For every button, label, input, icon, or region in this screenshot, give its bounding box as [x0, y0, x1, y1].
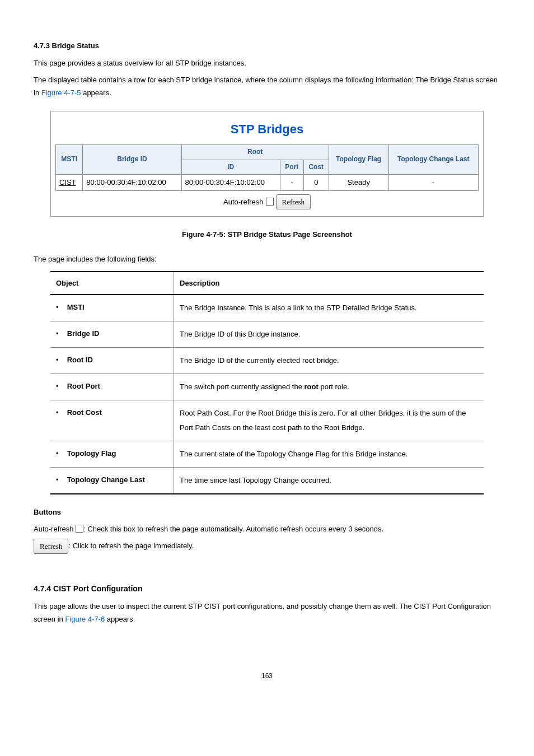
- fields-description-cell: The Bridge ID of this Bridge instance.: [174, 321, 484, 348]
- fields-desc-pre: The Bridge Instance. This is also a link…: [180, 304, 417, 312]
- bullet-icon: •: [56, 327, 65, 340]
- fields-description-cell: The Bridge Instance. This is also a link…: [174, 295, 484, 321]
- cell-root-port: -: [280, 175, 303, 190]
- figure-caption-text: STP Bridge Status Page Screenshot: [226, 230, 352, 239]
- fields-object-label: Root Cost: [67, 408, 102, 417]
- auto-refresh-help-a: Auto-refresh: [34, 525, 76, 533]
- figure-title: STP Bridges: [55, 118, 479, 141]
- fields-col-object: Object: [50, 272, 174, 295]
- col-topology-flag: Topology Flag: [329, 145, 388, 175]
- fields-object-label: Root ID: [67, 356, 93, 364]
- refresh-button[interactable]: Refresh: [276, 194, 311, 209]
- fields-object-label: Topology Flag: [67, 449, 116, 458]
- bullet-icon: •: [56, 447, 65, 460]
- col-root-id: ID: [181, 160, 280, 175]
- col-root-port: Port: [280, 160, 303, 175]
- auto-refresh-label: Auto-refresh: [223, 195, 264, 208]
- auto-refresh-help: Auto-refresh : Check this box to refresh…: [34, 522, 500, 535]
- fields-row: • Topology FlagThe current state of the …: [50, 441, 484, 468]
- refresh-help-text: : Click to refresh the page immediately.: [68, 542, 194, 550]
- cell-msti[interactable]: CIST: [56, 175, 83, 190]
- fields-object-cell: • Root ID: [50, 348, 174, 374]
- bullet-icon: •: [56, 301, 65, 314]
- fields-object-label: Bridge ID: [67, 329, 100, 338]
- figure-caption-prefix: Figure 4-7-5:: [182, 230, 226, 239]
- refresh-help: Refresh: Click to refresh the page immed…: [34, 539, 500, 554]
- figure-link[interactable]: Figure 4-7-5: [41, 88, 81, 97]
- figure-caption: Figure 4-7-5: STP Bridge Status Page Scr…: [34, 228, 500, 241]
- col-root: Root: [181, 145, 329, 160]
- fields-desc-strong: root: [305, 382, 318, 391]
- fields-desc-pre: The Bridge ID of the currently elected r…: [180, 356, 339, 365]
- auto-refresh-row: Auto-refresh Refresh: [55, 194, 479, 209]
- next-p-b: appears.: [105, 615, 135, 623]
- bullet-icon: •: [56, 353, 65, 366]
- next-section-heading: 4.7.4 CIST Port Configuration: [34, 582, 500, 596]
- fields-object-label: Root Port: [67, 382, 100, 390]
- fields-description-cell: The current state of the Topology Change…: [174, 441, 484, 468]
- cell-root-cost: 0: [303, 175, 329, 190]
- bullet-icon: •: [56, 406, 65, 419]
- col-msti: MSTI: [56, 145, 83, 175]
- auto-refresh-checkbox[interactable]: [266, 198, 274, 206]
- intro-paragraph-2: The displayed table contains a row for e…: [34, 73, 500, 100]
- cell-topology-change: -: [388, 175, 478, 190]
- fields-object-label: MSTI: [67, 303, 85, 311]
- col-bridge-id: Bridge ID: [83, 145, 181, 175]
- fields-row: • Root CostRoot Path Cost. For the Root …: [50, 400, 484, 441]
- fields-desc-pre: The time since last Topology Change occu…: [180, 476, 331, 484]
- cell-root-id: 80:00-00:30:4F:10:02:00: [181, 175, 280, 190]
- fields-desc-pre: Root Path Cost. For the Root Bridge this…: [180, 409, 466, 432]
- fields-description-cell: Root Path Cost. For the Root Bridge this…: [174, 400, 484, 441]
- next-section-paragraph: This page allows the user to inspect the…: [34, 600, 500, 626]
- fields-row: • Root IDThe Bridge ID of the currently …: [50, 348, 484, 374]
- stp-table: MSTI Bridge ID Root Topology Flag Topolo…: [55, 144, 479, 191]
- fields-object-cell: • Bridge ID: [50, 321, 174, 348]
- fields-description-cell: The Bridge ID of the currently elected r…: [174, 348, 484, 374]
- bullet-icon: •: [56, 380, 65, 393]
- fields-description-cell: The switch port currently assigned the r…: [174, 374, 484, 400]
- fields-row: • Root PortThe switch port currently ass…: [50, 374, 484, 400]
- fields-table: Object Description • MSTIThe Bridge Inst…: [50, 271, 484, 494]
- fields-desc-pre: The switch port currently assigned the: [180, 382, 305, 391]
- cell-topology-flag: Steady: [329, 175, 388, 190]
- fields-col-description: Description: [174, 272, 484, 295]
- refresh-button-inline[interactable]: Refresh: [34, 539, 68, 554]
- col-root-cost: Cost: [303, 160, 329, 175]
- fields-object-cell: • Root Cost: [50, 400, 174, 441]
- fields-row: • MSTIThe Bridge Instance. This is also …: [50, 295, 484, 321]
- table-row: CIST 80:00-00:30:4F:10:02:00 80:00-00:30…: [56, 175, 479, 190]
- section-heading: 4.7.3 Bridge Status: [34, 39, 500, 52]
- cell-bridge-id: 80:00-00:30:4F:10:02:00: [83, 175, 181, 190]
- checkbox-icon: [76, 525, 83, 533]
- intro-paragraph-1: This page provides a status overview for…: [34, 57, 500, 69]
- intro-p2-b: appears.: [81, 88, 111, 97]
- fields-row: • Topology Change LastThe time since las…: [50, 468, 484, 494]
- fields-object-cell: • Topology Flag: [50, 441, 174, 468]
- fields-desc-pre: The current state of the Topology Change…: [180, 450, 407, 458]
- next-figure-link[interactable]: Figure 4-7-6: [65, 615, 105, 623]
- fields-intro: The page includes the following fields:: [34, 253, 500, 265]
- fields-object-cell: • Topology Change Last: [50, 468, 174, 494]
- fields-row: • Bridge IDThe Bridge ID of this Bridge …: [50, 321, 484, 348]
- fields-object-cell: • Root Port: [50, 374, 174, 400]
- col-topology-change-last: Topology Change Last: [388, 145, 478, 175]
- fields-object-cell: • MSTI: [50, 295, 174, 321]
- buttons-heading: Buttons: [34, 506, 500, 519]
- fields-desc-pre: The Bridge ID of this Bridge instance.: [180, 330, 300, 338]
- page-number: 163: [34, 670, 500, 683]
- fields-desc-post: port role.: [318, 382, 349, 391]
- bullet-icon: •: [56, 473, 65, 486]
- fields-description-cell: The time since last Topology Change occu…: [174, 468, 484, 494]
- auto-refresh-help-b: : Check this box to refresh the page aut…: [83, 525, 383, 533]
- figure-frame: STP Bridges MSTI Bridge ID Root Topology…: [50, 111, 484, 217]
- fields-object-label: Topology Change Last: [67, 475, 145, 484]
